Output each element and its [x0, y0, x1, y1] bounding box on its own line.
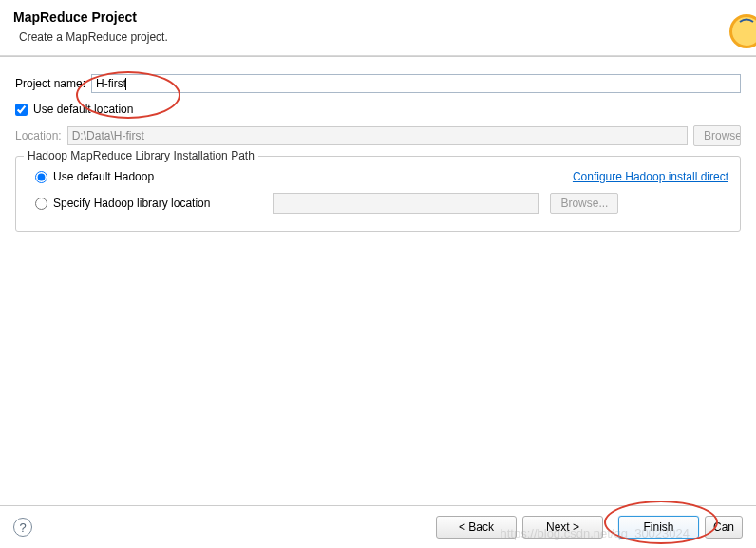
use-default-location-checkbox[interactable] — [15, 104, 28, 116]
browse-hadoop-button: Browse... — [550, 193, 618, 214]
browse-location-button: Browse — [693, 125, 741, 146]
back-button[interactable]: < Back — [436, 516, 517, 539]
dialog-title: MapReduce Project — [13, 9, 743, 25]
location-label: Location: — [15, 129, 62, 142]
configure-hadoop-link[interactable]: Configure Hadoop install direct — [573, 170, 728, 183]
finish-button[interactable]: Finish — [618, 516, 699, 539]
project-name-label: Project name: — [15, 77, 85, 90]
next-button[interactable]: Next > — [522, 516, 603, 539]
cancel-button[interactable]: Can — [705, 516, 743, 539]
hadoop-library-fieldset: Hadoop MapReduce Library Installation Pa… — [15, 156, 741, 232]
location-input — [67, 126, 688, 145]
use-default-hadoop-radio[interactable] — [35, 171, 47, 183]
specify-hadoop-radio[interactable] — [35, 198, 47, 210]
hadoop-library-path-input — [273, 193, 539, 214]
project-name-value: H-first — [96, 77, 126, 90]
specify-hadoop-label: Specify Hadoop library location — [53, 197, 210, 210]
use-default-location-label: Use default location — [33, 103, 133, 116]
wizard-icon — [709, 8, 756, 55]
project-name-input[interactable]: H-first — [91, 74, 741, 93]
help-icon[interactable]: ? — [13, 518, 32, 537]
use-default-hadoop-label: Use default Hadoop — [53, 170, 154, 183]
dialog-subtitle: Create a MapReduce project. — [19, 30, 743, 44]
hadoop-library-legend: Hadoop MapReduce Library Installation Pa… — [24, 149, 258, 162]
